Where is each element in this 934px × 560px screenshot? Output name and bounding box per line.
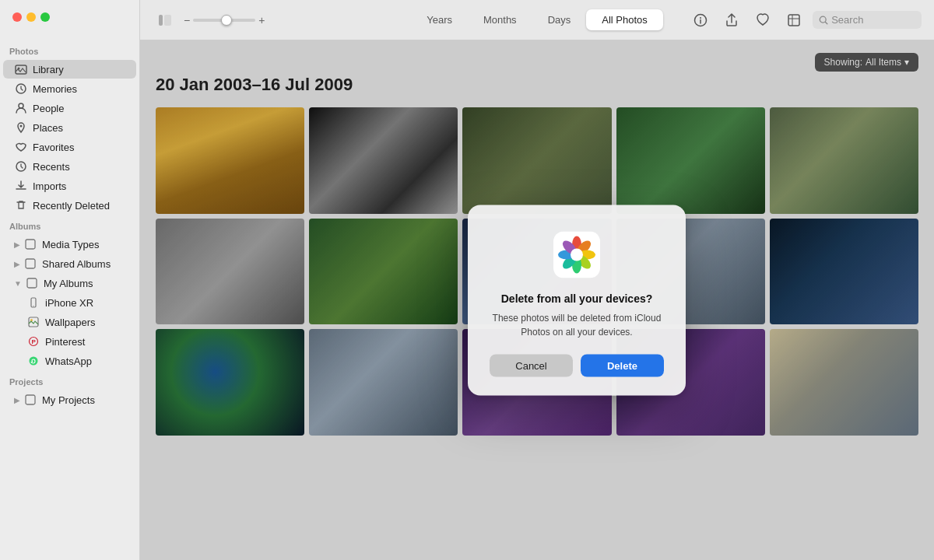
iphone-xr-icon bbox=[26, 296, 40, 310]
close-button[interactable] bbox=[12, 12, 22, 22]
tab-days[interactable]: Days bbox=[532, 9, 587, 30]
sidebar-item-favorites[interactable]: Favorites bbox=[3, 138, 136, 156]
dialog-message: These photos will be deleted from iCloud… bbox=[490, 311, 664, 339]
sidebar-item-places[interactable]: Places bbox=[3, 118, 136, 137]
zoom-in-icon: + bbox=[258, 14, 265, 26]
svg-rect-8 bbox=[27, 278, 37, 288]
search-input[interactable] bbox=[831, 14, 915, 26]
sidebar-toggle-button[interactable] bbox=[153, 8, 177, 33]
sidebar-item-label-library: Library bbox=[33, 64, 64, 75]
svg-point-34 bbox=[571, 249, 583, 261]
sidebar-item-label-wallpapers: Wallpapers bbox=[45, 317, 96, 328]
sidebar-item-label-media-types: Media Types bbox=[42, 239, 99, 250]
svg-rect-7 bbox=[26, 259, 35, 268]
tab-years[interactable]: Years bbox=[411, 9, 468, 30]
toolbar: − + Years Months Days All Photos bbox=[140, 0, 934, 40]
svg-point-20 bbox=[700, 17, 701, 19]
svg-rect-17 bbox=[159, 15, 163, 26]
sidebar-item-label-memories: Memories bbox=[33, 83, 77, 95]
sidebar-item-label-people: People bbox=[33, 103, 64, 114]
recents-icon bbox=[14, 159, 28, 173]
people-icon bbox=[14, 101, 28, 115]
sidebar-item-imports[interactable]: Imports bbox=[3, 177, 136, 195]
cancel-button[interactable]: Cancel bbox=[490, 355, 573, 377]
tab-all-photos[interactable]: All Photos bbox=[586, 9, 663, 30]
search-box[interactable] bbox=[813, 11, 922, 29]
sidebar-section-photos: Photos bbox=[0, 40, 139, 59]
dialog-buttons: Cancel Delete bbox=[490, 355, 664, 377]
frame-button[interactable] bbox=[781, 8, 806, 33]
zoom-slider-track[interactable] bbox=[193, 19, 255, 22]
heart-button[interactable] bbox=[750, 8, 775, 33]
svg-point-3 bbox=[19, 103, 23, 108]
sidebar-item-my-projects[interactable]: ▶ My Projects bbox=[3, 390, 136, 409]
sidebar-section-albums: Albums bbox=[0, 215, 139, 234]
sidebar-item-label-my-albums: My Albums bbox=[44, 278, 93, 289]
sidebar-item-label-recents: Recents bbox=[33, 161, 70, 173]
delete-button[interactable]: Delete bbox=[581, 355, 664, 377]
sidebar-item-wallpapers[interactable]: Wallpapers bbox=[3, 313, 136, 331]
sidebar-item-recents[interactable]: Recents bbox=[3, 157, 136, 176]
search-icon bbox=[819, 15, 828, 26]
content-area: Showing: All Items ▾ 20 Jan 2003–16 Jul … bbox=[140, 40, 934, 560]
sidebar-section-projects: Projects bbox=[0, 371, 139, 390]
sidebar-item-label-whatsapp: WhatsApp bbox=[45, 355, 92, 367]
shared-albums-icon bbox=[23, 257, 37, 271]
tab-months[interactable]: Months bbox=[468, 9, 532, 30]
sidebar-item-library[interactable]: Library bbox=[3, 60, 136, 79]
main-content: − + Years Months Days All Photos bbox=[140, 0, 934, 560]
wallpapers-icon bbox=[26, 315, 40, 329]
delete-dialog: Delete from all your devices? These phot… bbox=[468, 205, 686, 396]
my-albums-icon bbox=[25, 276, 39, 290]
memories-icon bbox=[14, 82, 28, 96]
sidebar-item-shared-albums[interactable]: ▶ Shared Albums bbox=[3, 254, 136, 273]
dialog-title: Delete from all your devices? bbox=[490, 292, 664, 305]
sidebar-item-label-iphone-xr: iPhone XR bbox=[45, 297, 93, 309]
svg-point-10 bbox=[33, 306, 33, 306]
traffic-lights bbox=[12, 12, 50, 22]
svg-text:P: P bbox=[32, 338, 37, 345]
my-projects-icon bbox=[23, 393, 37, 407]
sidebar: Photos Library Memories People bbox=[0, 0, 140, 560]
svg-rect-18 bbox=[164, 15, 171, 26]
chevron-right-icon-3: ▶ bbox=[14, 396, 20, 404]
sidebar-item-my-albums[interactable]: ▼ My Albums bbox=[3, 274, 136, 292]
share-button[interactable] bbox=[719, 8, 744, 33]
sidebar-item-label-shared-albums: Shared Albums bbox=[42, 258, 111, 270]
places-icon bbox=[14, 121, 28, 135]
photos-app-icon bbox=[552, 230, 602, 280]
info-button[interactable] bbox=[688, 8, 713, 33]
svg-rect-6 bbox=[26, 240, 35, 249]
sidebar-item-whatsapp[interactable]: WhatsApp bbox=[3, 352, 136, 370]
sidebar-item-recently-deleted[interactable]: Recently Deleted bbox=[3, 196, 136, 215]
photos-icon-svg bbox=[553, 232, 600, 278]
imports-icon bbox=[14, 179, 28, 193]
library-icon bbox=[14, 62, 28, 76]
sidebar-item-label-my-projects: My Projects bbox=[42, 394, 95, 406]
chevron-right-icon: ▶ bbox=[14, 240, 20, 249]
zoom-slider: − + bbox=[184, 14, 265, 26]
minimize-button[interactable] bbox=[26, 12, 36, 22]
svg-point-4 bbox=[20, 125, 23, 128]
sidebar-item-media-types[interactable]: ▶ Media Types bbox=[3, 235, 136, 254]
svg-point-15 bbox=[30, 357, 38, 366]
chevron-right-icon-2: ▶ bbox=[14, 260, 20, 268]
sidebar-item-label-recently-deleted: Recently Deleted bbox=[33, 200, 110, 212]
chevron-down-icon: ▼ bbox=[14, 279, 22, 288]
sidebar-item-iphone-xr[interactable]: iPhone XR bbox=[3, 293, 136, 312]
fullscreen-button[interactable] bbox=[40, 12, 50, 22]
sidebar-item-label-imports: Imports bbox=[33, 180, 66, 192]
sidebar-item-pinterest[interactable]: P Pinterest bbox=[3, 332, 136, 351]
media-types-icon bbox=[23, 237, 37, 251]
sidebar-item-label-favorites: Favorites bbox=[33, 142, 74, 153]
sidebar-item-people[interactable]: People bbox=[3, 99, 136, 117]
toolbar-right bbox=[666, 8, 922, 33]
zoom-slider-thumb[interactable] bbox=[221, 15, 232, 26]
pinterest-icon: P bbox=[26, 334, 40, 348]
zoom-out-icon: − bbox=[184, 14, 190, 26]
favorites-icon bbox=[14, 140, 28, 154]
recently-deleted-icon bbox=[14, 198, 28, 212]
svg-point-12 bbox=[30, 319, 33, 321]
sidebar-item-memories[interactable]: Memories bbox=[3, 79, 136, 98]
whatsapp-icon bbox=[26, 354, 40, 368]
